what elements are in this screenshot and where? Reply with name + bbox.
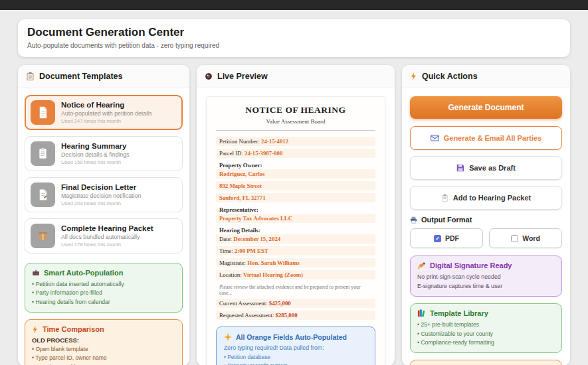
lightning-icon — [410, 72, 417, 81]
template-usage: Used 159 times this month — [61, 159, 130, 165]
auto-box-subtitle: Zero typing required! Data pulled from: — [224, 344, 367, 351]
checkbox-empty-icon — [511, 235, 518, 242]
page-header: Document Generation Center Auto-populate… — [18, 19, 570, 57]
doc-field-requested-assessment: Requested Assessment: $285,000 — [216, 311, 375, 320]
doc-heading-property-owner: Property Owner: — [216, 161, 375, 169]
output-format-label: Output Format — [410, 216, 562, 224]
robot-icon — [32, 269, 40, 277]
doc-subtitle: Value Assessment Board — [216, 118, 375, 125]
time-box-title: Time Comparison — [43, 325, 104, 333]
template-library-box: Template Library 25+ pre-built templates… — [410, 303, 562, 353]
signature-line: E-signature captures time & user — [417, 282, 555, 291]
template-item-complete-hearing-packet[interactable]: Complete Hearing Packet All docs bundled… — [25, 218, 183, 254]
template-name: Complete Hearing Packet — [61, 224, 153, 232]
template-usage: Used 178 times this month — [61, 242, 153, 248]
old-process-label: OLD PROCESS: — [32, 337, 175, 344]
page-title: Document Generation Center — [27, 26, 561, 39]
clipboard-icon — [441, 194, 448, 202]
doc-divider — [216, 130, 375, 131]
doc-note: Please review the attached evidence and … — [216, 282, 375, 299]
doc-field-parcel-id: Parcel ID: 24-15-3987-000 — [216, 149, 375, 158]
templates-title: Document Templates — [39, 72, 123, 81]
template-desc: Auto-populated with petition details — [61, 110, 151, 117]
page-subtitle: Auto-populate documents with petition da… — [27, 42, 561, 49]
doc-field-location: Location: Virtual Hearing (Zoom) — [216, 270, 375, 279]
eye-icon — [205, 72, 213, 80]
books-icon — [417, 309, 426, 317]
quick-actions-title: Quick Actions — [422, 72, 478, 81]
quick-actions-panel: Quick Actions Generate Document Generate… — [402, 65, 570, 365]
quick-actions-header: Quick Actions — [402, 65, 570, 88]
email-icon — [431, 135, 439, 141]
letter-icon — [31, 183, 55, 207]
smart-box-title: Smart Auto-Population — [44, 269, 123, 277]
template-item-notice-of-hearing[interactable]: Notice of Hearing Auto-populated with pe… — [25, 95, 183, 130]
monthly-stats-box: This Month's Stats 817 documents generat… — [410, 360, 562, 365]
preview-header: Live Preview — [197, 65, 395, 88]
doc-value-representative: Property Tax Advocates LLC — [216, 214, 375, 223]
floppy-disk-icon — [456, 164, 464, 172]
smart-auto-population-box: Smart Auto-Population Petition data inse… — [25, 263, 183, 313]
doc-field-time: Time: 2:00 PM EST — [216, 246, 375, 256]
doc-heading-representative: Representative: — [216, 205, 375, 213]
digital-signature-box: Digital Signature Ready No print-sign-sc… — [410, 256, 562, 297]
template-name: Hearing Summary — [61, 142, 130, 150]
library-box-title: Template Library — [430, 309, 488, 317]
writing-hand-icon — [417, 262, 426, 269]
template-desc: All docs bundled automatically — [61, 234, 153, 240]
doc-value-owner-city: Sanford, FL 32771 — [216, 193, 375, 202]
checkbox-checked-icon: ✓ — [434, 235, 441, 242]
template-usage: Used 247 times this month — [61, 118, 151, 124]
save-draft-button[interactable]: Save as Draft — [410, 156, 562, 180]
auto-box-list: Petition database Property records syste… — [224, 353, 367, 365]
auto-populated-box: All Orange Fields Auto-Populated Zero ty… — [216, 327, 375, 365]
doc-field-petition-number: Petition Number: 24-15-4012 — [216, 137, 375, 146]
templates-header: Document Templates — [18, 65, 189, 88]
time-box-list: Open blank template Type parcel ID, owne… — [32, 345, 175, 365]
template-usage: Used 203 times this month — [61, 200, 141, 206]
add-to-packet-button[interactable]: Add to Hearing Packet — [410, 186, 562, 210]
templates-panel: Document Templates Notice of Hearing Aut… — [18, 65, 189, 365]
doc-value-owner-street: 892 Maple Street — [216, 181, 375, 190]
notepad-icon — [31, 141, 55, 166]
template-desc: Magistrate decision notification — [61, 192, 141, 199]
doc-title: NOTICE OF HEARING — [216, 105, 375, 115]
template-item-hearing-summary[interactable]: Hearing Summary Decision details & findi… — [25, 136, 183, 171]
preview-title: Live Preview — [217, 72, 268, 81]
format-pdf-button[interactable]: ✓ PDF — [410, 228, 483, 248]
sparkle-icon — [224, 333, 232, 341]
package-icon — [31, 224, 55, 248]
generate-email-button[interactable]: Generate & Email All Parties — [410, 126, 562, 150]
template-name: Notice of Hearing — [61, 101, 151, 109]
doc-value-owner-name: Rodriguez, Carlos — [216, 169, 375, 179]
format-word-button[interactable]: Word — [489, 228, 562, 248]
document-preview: NOTICE OF HEARING Value Assessment Board… — [206, 96, 385, 365]
smart-box-list: Petition data inserted automatically Par… — [32, 280, 175, 307]
preview-panel: Live Preview NOTICE OF HEARING Value Ass… — [197, 65, 395, 365]
signature-box-title: Digital Signature Ready — [430, 261, 512, 269]
signature-line: No print-sign-scan cycle needed — [417, 273, 555, 282]
auto-box-title: All Orange Fields Auto-Populated — [236, 333, 347, 341]
doc-field-magistrate: Magistrate: Hon. Sarah Williams — [216, 258, 375, 267]
doc-field-date: Date: December 15, 2024 — [216, 234, 375, 244]
document-icon — [31, 100, 55, 125]
template-desc: Decision details & findings — [61, 151, 130, 158]
time-comparison-box: Time Comparison OLD PROCESS: Open blank … — [25, 319, 183, 365]
top-bar — [0, 0, 588, 10]
lightning-icon — [32, 325, 39, 334]
clipboard-icon — [26, 72, 35, 81]
library-box-list: 25+ pre-built templates Customizable to … — [417, 321, 555, 347]
template-name: Final Decision Letter — [61, 183, 141, 191]
generate-document-button[interactable]: Generate Document — [410, 96, 562, 119]
doc-heading-hearing-details: Hearing Details: — [216, 226, 375, 234]
doc-field-current-assessment: Current Assessment: $425,000 — [216, 299, 375, 308]
printer-icon — [410, 216, 417, 224]
template-item-final-decision-letter[interactable]: Final Decision Letter Magistrate decisio… — [25, 177, 183, 212]
